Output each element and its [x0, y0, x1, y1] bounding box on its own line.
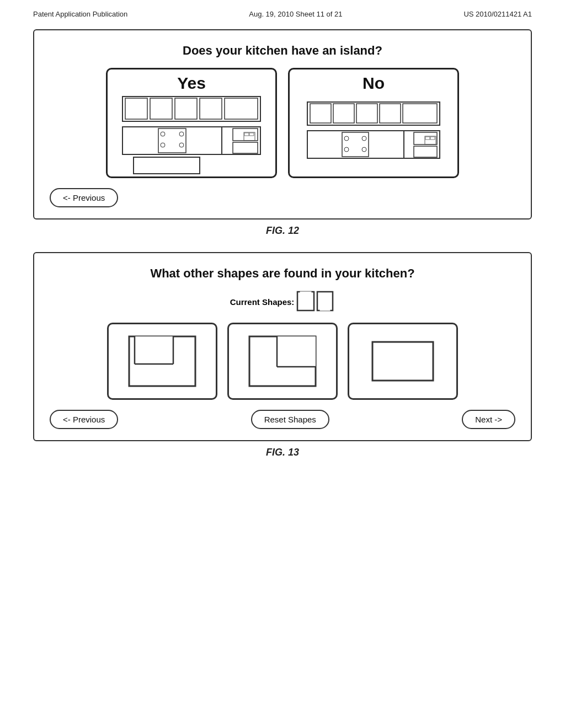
svg-rect-21	[333, 104, 354, 123]
svg-rect-22	[356, 104, 377, 123]
svg-rect-25	[307, 131, 404, 158]
fig12-btn-row: <- Previous	[50, 188, 515, 207]
fig12-caption: FIG. 12	[33, 225, 532, 237]
current-shapes-label: Current Shapes:	[230, 297, 295, 307]
fig13-panel: What other shapes are found in your kitc…	[33, 252, 532, 441]
svg-rect-19	[307, 102, 440, 125]
fig13-btn-row: <- Previous Reset Shapes Next ->	[50, 410, 515, 429]
svg-rect-18	[249, 133, 254, 136]
svg-rect-0	[122, 97, 260, 121]
svg-point-10	[161, 143, 165, 147]
svg-rect-17	[244, 133, 249, 136]
svg-rect-38	[300, 292, 311, 304]
shape-1-icon	[121, 331, 204, 392]
svg-rect-36	[430, 137, 435, 140]
svg-point-29	[344, 147, 349, 152]
fig13-previous-button[interactable]: <- Previous	[50, 410, 118, 429]
content-area: Does your kitchen have an island? Yes	[0, 24, 565, 458]
current-shapes-row: Current Shapes:	[50, 291, 515, 313]
svg-rect-47	[277, 336, 316, 367]
svg-rect-7	[158, 129, 186, 153]
fig13-question: What other shapes are found in your kitc…	[50, 266, 515, 281]
svg-point-28	[362, 136, 366, 141]
fig12-previous-button[interactable]: <- Previous	[50, 188, 118, 207]
svg-rect-20	[310, 104, 331, 123]
svg-point-11	[179, 143, 184, 147]
kitchen-option-yes[interactable]: Yes	[106, 68, 277, 178]
svg-rect-33	[414, 146, 437, 157]
svg-rect-42	[135, 336, 173, 364]
svg-rect-6	[122, 127, 222, 154]
patent-header: Patent Application Publication Aug. 19, …	[0, 0, 565, 24]
svg-rect-40	[320, 298, 330, 311]
fig13-reset-button[interactable]: Reset Shapes	[251, 410, 329, 429]
svg-rect-2	[150, 98, 172, 119]
svg-point-30	[362, 147, 366, 152]
fig12-question: Does your kitchen have an island?	[50, 44, 515, 58]
svg-rect-5	[225, 98, 258, 119]
shape-option-3[interactable]	[348, 323, 458, 400]
shape-option-2[interactable]	[227, 323, 338, 400]
header-middle: Aug. 19, 2010 Sheet 11 of 21	[249, 10, 342, 18]
kitchen-no-label: No	[363, 74, 385, 93]
svg-rect-50	[372, 342, 433, 381]
svg-rect-14	[233, 142, 258, 153]
fig12-panel: Does your kitchen have an island? Yes	[33, 29, 532, 220]
shape-3-icon	[361, 331, 444, 392]
svg-rect-23	[380, 104, 401, 123]
svg-point-8	[161, 132, 165, 136]
header-left: Patent Application Publication	[33, 10, 127, 18]
svg-point-27	[344, 136, 349, 141]
current-shapes-icon	[296, 291, 335, 313]
fig13-next-button[interactable]: Next ->	[462, 410, 515, 429]
svg-rect-35	[425, 137, 430, 140]
svg-rect-3	[175, 98, 197, 119]
svg-rect-15	[134, 157, 200, 174]
svg-point-9	[179, 132, 184, 136]
fig13-caption: FIG. 13	[33, 447, 532, 458]
kitchen-option-no[interactable]: No	[288, 68, 459, 178]
shape-options	[50, 323, 515, 400]
svg-rect-4	[200, 98, 222, 119]
kitchen-options: Yes	[50, 68, 515, 178]
header-right: US 2010/0211421 A1	[463, 10, 532, 18]
shape-2-icon	[241, 331, 324, 392]
shape-option-1[interactable]	[107, 323, 217, 400]
svg-rect-1	[125, 98, 147, 119]
kitchen-yes-label: Yes	[177, 74, 206, 93]
svg-rect-24	[403, 104, 437, 123]
